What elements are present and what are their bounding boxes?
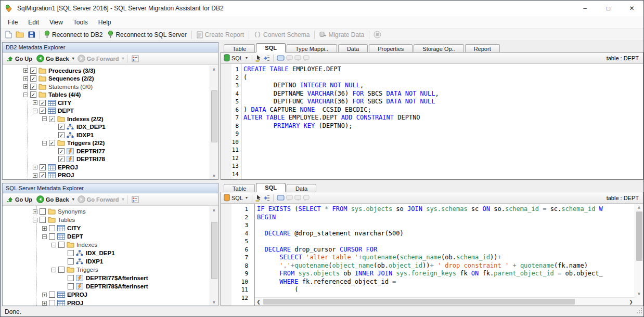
checkbox[interactable]: ✓ bbox=[30, 68, 36, 74]
checkbox[interactable] bbox=[68, 275, 74, 281]
tab-data[interactable]: Data bbox=[287, 184, 316, 192]
next-comment-icon[interactable] bbox=[294, 55, 301, 61]
tree-item-idx-dep1[interactable]: ✓IDX_DEP1 bbox=[3, 123, 218, 131]
new-region-icon[interactable] bbox=[277, 55, 285, 61]
add-comment-icon[interactable] bbox=[286, 195, 293, 201]
minimize-button[interactable]: – bbox=[573, 1, 597, 16]
go-forward-button[interactable]: Go Forward bbox=[75, 54, 121, 64]
tab-table[interactable]: Table bbox=[224, 44, 255, 52]
edit-cursor-icon[interactable] bbox=[255, 55, 262, 62]
collapse-icon[interactable]: − bbox=[42, 234, 47, 239]
tree-item-indexes-2-2-[interactable]: −✓Indexes (2/2) bbox=[3, 115, 218, 123]
checkbox[interactable]: ✓ bbox=[40, 164, 46, 170]
scroll-down-icon[interactable]: ∨ bbox=[210, 172, 218, 179]
checkbox[interactable]: ✓ bbox=[58, 124, 65, 130]
scroll-up-icon[interactable]: ∧ bbox=[210, 65, 218, 73]
menu-help[interactable]: Help bbox=[93, 16, 117, 28]
sql-tree-scrollbar[interactable]: ∧ ∨ bbox=[210, 206, 218, 306]
new-region-icon[interactable] bbox=[277, 195, 285, 201]
tree-item-deptri78[interactable]: ✓DEPTRI78 bbox=[3, 155, 218, 164]
collapse-icon[interactable]: − bbox=[51, 243, 56, 247]
collapse-icon[interactable]: − bbox=[51, 268, 56, 272]
checkbox[interactable]: ✓ bbox=[40, 108, 46, 114]
checkbox[interactable] bbox=[58, 267, 65, 273]
editor-horizontal-scrollbar[interactable]: ❮ ❯ bbox=[255, 297, 635, 306]
menu-tools[interactable]: Tools bbox=[68, 16, 93, 28]
checkbox[interactable] bbox=[68, 250, 74, 256]
tab-report[interactable]: Report bbox=[465, 44, 500, 52]
checkbox[interactable]: ✓ bbox=[30, 75, 36, 82]
tree-item-idxp1[interactable]: ✓IDXP1 bbox=[3, 131, 218, 139]
reconnect-db2-button[interactable]: Reconnect to DB2 bbox=[42, 30, 105, 40]
create-report-button[interactable]: Create Report bbox=[194, 30, 247, 40]
tab-table[interactable]: Table bbox=[224, 184, 255, 192]
editor-vertical-scrollbar[interactable]: ∧ ∨ bbox=[635, 204, 643, 297]
tab-data[interactable]: Data bbox=[338, 44, 368, 52]
goto-line-icon[interactable] bbox=[263, 195, 270, 201]
go-forward-button[interactable]: Go Forward bbox=[75, 194, 121, 205]
object-filter-button[interactable] bbox=[130, 54, 141, 64]
sql-mode-button[interactable]: SQL bbox=[231, 195, 243, 201]
forward-history-dropdown[interactable]: ▾ bbox=[121, 56, 125, 61]
expand-icon[interactable]: + bbox=[42, 293, 47, 297]
expand-icon[interactable]: + bbox=[33, 165, 37, 169]
top-sql-editor[interactable]: 1234567891011121314 CREATE TABLE EMPLOYE… bbox=[221, 64, 643, 179]
scrollbar-thumb[interactable] bbox=[211, 222, 217, 279]
tree-item-deptri77[interactable]: ✓DEPTRI77 bbox=[3, 147, 218, 155]
expand-icon[interactable]: + bbox=[42, 301, 47, 306]
code-area[interactable]: IF EXISTS (SELECT * FROM sys.objects so … bbox=[255, 204, 643, 306]
tree-item-eproj[interactable]: +EPROJ bbox=[3, 290, 218, 299]
edit-cursor-icon[interactable] bbox=[255, 194, 262, 202]
go-back-button[interactable]: Go Back bbox=[34, 194, 71, 205]
expand-icon[interactable]: + bbox=[42, 226, 47, 231]
reconnect-sql-button[interactable]: Reconnect to SQL Server bbox=[105, 30, 189, 40]
tree-item-sequences-2-2-[interactable]: +✓Sequences (2/2) bbox=[3, 75, 218, 83]
tree-item-city[interactable]: +✓CITY bbox=[3, 99, 218, 107]
object-filter-button[interactable] bbox=[130, 194, 141, 205]
new-file-button[interactable] bbox=[3, 30, 14, 40]
tree-item-idxp1[interactable]: IDXP1 bbox=[3, 257, 218, 266]
checkbox[interactable] bbox=[68, 283, 74, 289]
sql-mode-button[interactable]: SQL bbox=[231, 55, 243, 61]
scroll-right-icon[interactable]: ❯ bbox=[627, 298, 635, 306]
tree-item-triggers[interactable]: −Triggers bbox=[3, 266, 218, 274]
collapse-icon[interactable]: − bbox=[42, 141, 47, 146]
delete-comment-icon[interactable] bbox=[303, 55, 310, 61]
go-back-button[interactable]: Go Back bbox=[34, 54, 71, 64]
tree-item-deptri77$afterinsert[interactable]: DEPTRI77$AfterInsert bbox=[3, 274, 218, 282]
checkbox[interactable]: ✓ bbox=[30, 91, 36, 98]
add-comment-icon[interactable] bbox=[286, 55, 293, 61]
tree-item-synonyms[interactable]: +Synonyms bbox=[3, 207, 218, 216]
next-comment-icon[interactable] bbox=[294, 195, 301, 201]
scroll-left-icon[interactable]: ❮ bbox=[255, 298, 262, 306]
tree-item-indexes[interactable]: −Indexes bbox=[3, 241, 218, 249]
stop-button[interactable] bbox=[371, 30, 383, 40]
goto-line-icon[interactable] bbox=[263, 55, 270, 61]
tab-storage-op[interactable]: Storage Op.. bbox=[414, 44, 463, 52]
tab-properties[interactable]: Properties bbox=[369, 44, 413, 52]
checkbox[interactable]: ✓ bbox=[30, 84, 36, 90]
convert-schema-button[interactable]: Convert Schema bbox=[251, 30, 312, 40]
menu-file[interactable]: File bbox=[3, 16, 23, 28]
tree-item-proj[interactable]: +✓PROJ bbox=[3, 171, 218, 180]
checkbox[interactable]: ✓ bbox=[58, 156, 65, 162]
go-up-button[interactable]: Go Up bbox=[5, 54, 34, 64]
save-button[interactable] bbox=[25, 30, 37, 40]
checkbox[interactable] bbox=[49, 233, 55, 240]
checkbox[interactable] bbox=[40, 208, 46, 215]
checkbox[interactable]: ✓ bbox=[58, 148, 65, 154]
tree-item-procedures-3-3-[interactable]: +✓Procedures (3/3) bbox=[3, 67, 218, 75]
tree-item-statements-0-0-[interactable]: +✓Statements (0/0) bbox=[3, 83, 218, 91]
scrollbar-thumb[interactable] bbox=[211, 90, 217, 142]
tree-item-tables-4-4-[interactable]: −✓Tables (4/4) bbox=[3, 91, 218, 99]
checkbox[interactable] bbox=[58, 242, 65, 248]
checkbox[interactable] bbox=[40, 217, 46, 223]
menu-edit[interactable]: Edit bbox=[23, 16, 44, 28]
scrollbar-thumb[interactable] bbox=[263, 299, 575, 305]
checkbox[interactable]: ✓ bbox=[58, 132, 65, 138]
scroll-up-icon[interactable]: ∧ bbox=[635, 204, 643, 211]
forward-history-dropdown[interactable]: ▾ bbox=[121, 197, 125, 202]
menu-view[interactable]: View bbox=[44, 16, 68, 28]
close-button[interactable]: ✕ bbox=[620, 1, 643, 16]
checkbox[interactable]: ✓ bbox=[40, 172, 46, 178]
